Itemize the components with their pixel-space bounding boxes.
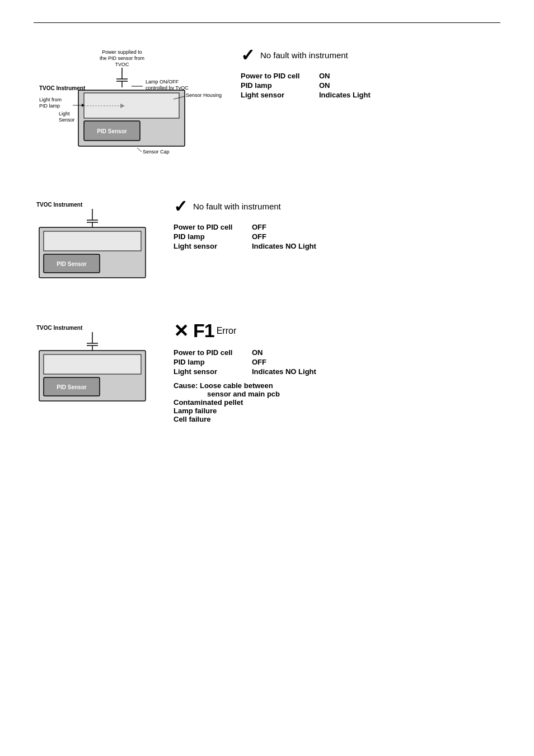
check-icon-1: ✓ xyxy=(241,45,255,65)
svg-text:Light: Light xyxy=(59,111,70,116)
svg-text:Sensor: Sensor xyxy=(59,117,75,123)
section-3: TVOC Instrument PID Sensor ✕ xyxy=(34,320,500,423)
cause-line-2: Contaminated pellet xyxy=(174,398,243,407)
value-lamp-1: ON xyxy=(319,81,409,90)
status-row-1: ✓ No fault with instrument xyxy=(241,45,500,65)
value-sensor-2: Indicates NO Light xyxy=(252,242,341,250)
label-power-3: Power to PID cell xyxy=(174,348,252,357)
label-lamp-1: PID lamp xyxy=(241,81,319,90)
cause-line-4: Cell failure xyxy=(174,415,210,423)
label-lamp-3: PID lamp xyxy=(174,358,252,366)
page: TVOC Instrument Power supplied to the PI… xyxy=(0,0,534,756)
value-power-1: ON xyxy=(319,72,409,80)
info-table-3: Power to PID cell ON PID lamp OFF Light … xyxy=(174,348,500,376)
info-panel-2: ✓ No fault with instrument Power to PID … xyxy=(157,197,500,250)
cause-block: Cause: Loose cable between sensor and ma… xyxy=(174,381,500,423)
top-divider xyxy=(34,22,500,23)
section-1: TVOC Instrument Power supplied to the PI… xyxy=(34,45,500,163)
status-row-3: ✕ F1 Error xyxy=(174,320,500,342)
svg-text:TVOC Instrument: TVOC Instrument xyxy=(36,202,83,208)
label-lamp-2: PID lamp xyxy=(174,232,252,241)
value-power-3: ON xyxy=(252,348,341,357)
value-lamp-2: OFF xyxy=(252,232,341,241)
svg-text:TVOC Instrument: TVOC Instrument xyxy=(36,325,83,331)
diagram-1: TVOC Instrument Power supplied to the PI… xyxy=(34,45,224,163)
f1-badge: F1 xyxy=(193,320,214,342)
diagram-2: TVOC Instrument PID Sensor xyxy=(34,197,157,286)
svg-rect-46 xyxy=(44,354,141,374)
section-2: TVOC Instrument PID Sensor xyxy=(34,197,500,286)
cause-prefix: Cause: Loose cable between xyxy=(174,381,273,390)
svg-text:PID Sensor: PID Sensor xyxy=(57,384,86,390)
info-table-1: Power to PID cell ON PID lamp ON Light s… xyxy=(241,72,500,99)
status-row-2: ✓ No fault with instrument xyxy=(174,197,500,216)
svg-text:PID Sensor: PID Sensor xyxy=(57,261,86,267)
svg-text:Light from: Light from xyxy=(39,97,62,102)
svg-rect-35 xyxy=(44,231,141,251)
cause-line-3: Lamp failure xyxy=(174,407,217,415)
value-sensor-3: Indicates NO Light xyxy=(252,367,341,376)
label-sensor-2: Light sensor xyxy=(174,242,252,250)
svg-text:Lamp ON/OFF: Lamp ON/OFF xyxy=(146,79,179,85)
svg-text:TVOC: TVOC xyxy=(115,62,129,67)
label-sensor-3: Light sensor xyxy=(174,367,252,376)
info-panel-1: ✓ No fault with instrument Power to PID … xyxy=(224,45,500,99)
value-sensor-1: Indicates Light xyxy=(319,91,409,99)
diagram-3: TVOC Instrument PID Sensor xyxy=(34,320,157,409)
check-icon-2: ✓ xyxy=(174,197,188,216)
svg-text:the PID sensor from: the PID sensor from xyxy=(100,55,144,61)
label-power-1: Power to PID cell xyxy=(241,72,319,80)
svg-text:PID Sensor: PID Sensor xyxy=(97,128,127,134)
cause-line-1: sensor and main pcb xyxy=(207,390,280,398)
info-panel-3: ✕ F1 Error Power to PID cell ON PID lamp… xyxy=(157,320,500,423)
svg-text:PID lamp: PID lamp xyxy=(39,103,60,109)
cross-icon-3: ✕ xyxy=(174,320,189,342)
svg-text:Sensor Housing: Sensor Housing xyxy=(186,92,222,98)
svg-text:Power supplied to: Power supplied to xyxy=(102,49,142,55)
label-sensor-1: Light sensor xyxy=(241,91,319,99)
status-text-1: No fault with instrument xyxy=(260,50,348,60)
error-label: Error xyxy=(217,326,237,336)
value-power-2: OFF xyxy=(252,223,341,231)
status-text-2: No fault with instrument xyxy=(193,202,281,211)
svg-line-20 xyxy=(137,148,142,152)
info-table-2: Power to PID cell OFF PID lamp OFF Light… xyxy=(174,223,500,250)
svg-text:Sensor Cap: Sensor Cap xyxy=(143,149,170,155)
label-power-2: Power to PID cell xyxy=(174,223,252,231)
value-lamp-3: OFF xyxy=(252,358,341,366)
